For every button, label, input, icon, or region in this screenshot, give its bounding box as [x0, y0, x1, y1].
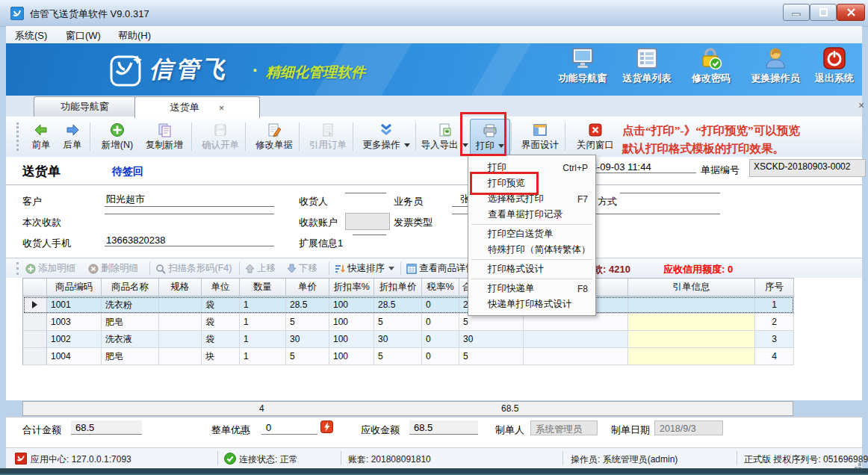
- ui-design-button[interactable]: 界面设计: [515, 119, 565, 155]
- restore-button[interactable]: [810, 4, 837, 21]
- divider: [6, 184, 862, 185]
- docno-value[interactable]: XSCKD-20180903-0002: [749, 159, 866, 177]
- payment-label: 本次收款: [22, 216, 61, 229]
- gridbar-grip: [16, 262, 19, 275]
- status-separator: [217, 451, 218, 465]
- phone-label: 收货人手机: [22, 237, 71, 250]
- lock-icon: [699, 47, 723, 69]
- menu-item-express-format-design[interactable]: 快递单打印格式设计: [468, 297, 595, 312]
- total-amount-value[interactable]: 68.5: [71, 420, 142, 435]
- magnifier-icon: [155, 264, 166, 274]
- move-down-button[interactable]: 下移: [287, 261, 317, 276]
- nav-function-navigator[interactable]: 功能导航窗: [551, 47, 615, 93]
- method-label: 方式: [598, 195, 617, 208]
- add-detail-button[interactable]: 添加明细: [25, 261, 75, 276]
- prev-doc-button[interactable]: 前单: [24, 119, 58, 155]
- header-indicator: [23, 279, 47, 297]
- tab-function-navigator[interactable]: 功能导航窗: [34, 96, 136, 117]
- arrow-left-icon: [34, 122, 49, 137]
- current-row-indicator: [32, 301, 37, 308]
- table-row[interactable]: 1003 肥皂 袋 1 5 100 5 0 5 2: [23, 314, 794, 331]
- next-doc-button[interactable]: 后单: [55, 119, 90, 155]
- customer-label: 客户: [22, 195, 42, 208]
- tab-close-icon[interactable]: ×: [219, 102, 225, 114]
- import-export-icon: [437, 122, 452, 137]
- resize-grip[interactable]: [850, 459, 858, 466]
- table-row[interactable]: 1004 肥皂 块 1 5 100 5 0 5 4: [23, 348, 794, 365]
- view-product-detail-button[interactable]: 查看商品详情: [406, 261, 475, 276]
- receiver-field[interactable]: [345, 193, 386, 193]
- grid-toolbar: 添加明细 删除明细 扫描条形码(F4) 上移 下移 快速排序 查看商品详情 款:…: [6, 258, 862, 279]
- phone-field[interactable]: 13663820238: [105, 235, 274, 246]
- more-actions-button[interactable]: 更多操作: [357, 119, 415, 155]
- close-button[interactable]: [837, 4, 865, 21]
- ref-order-button[interactable]: 引用订单: [303, 119, 353, 155]
- delete-detail-button[interactable]: 删除明细: [88, 261, 138, 276]
- gridbar-separator: [149, 262, 150, 275]
- menu-separator: [471, 279, 592, 279]
- account-field[interactable]: [345, 213, 390, 230]
- toolbar-separator: [565, 122, 565, 151]
- copy-new-button[interactable]: 复制新增: [139, 119, 190, 155]
- ext-field[interactable]: [353, 235, 386, 235]
- menu-separator: [471, 224, 592, 225]
- menu-item-view-print-log[interactable]: 查看单据打印记录: [468, 207, 595, 223]
- payment-field[interactable]: [105, 214, 274, 214]
- table-row[interactable]: 1001 洗衣粉 袋 1 28.5 100 28.5 0 28.5 1: [23, 297, 794, 314]
- menu-item-print-blank[interactable]: 打印空白送货单: [468, 226, 595, 242]
- table-header-row: 商品编码 商品名称 规格 单位 数量 单价 折扣率% 折扣单价 税率% 合计金额…: [23, 279, 794, 297]
- toolbar-separator: [191, 122, 192, 151]
- close-window-icon: [588, 122, 603, 137]
- nav-change-password[interactable]: 修改密码: [679, 47, 743, 93]
- status-separator: [562, 451, 563, 465]
- method-field[interactable]: [620, 193, 720, 193]
- highlight-box-print-button: [460, 112, 506, 156]
- summary-qty: 4: [259, 403, 264, 414]
- toolbar-grip: [16, 122, 19, 151]
- menu-system[interactable]: 系统(S): [10, 28, 52, 43]
- discount-icon[interactable]: [320, 420, 333, 433]
- nav-delivery-list[interactable]: 送货单列表: [615, 47, 679, 93]
- menu-item-print-format-design[interactable]: 打印格式设计: [468, 261, 595, 277]
- customer-field[interactable]: 阳光超市: [105, 193, 274, 207]
- move-up-button[interactable]: 上移: [245, 261, 276, 276]
- confirm-order-button[interactable]: 确认开单: [196, 119, 245, 155]
- modify-doc-button[interactable]: 修改单据: [249, 119, 299, 155]
- add-detail-icon: [25, 264, 36, 274]
- credit-limit-text: 应收信用额度: 0: [663, 263, 733, 276]
- summary-amount: 68.5: [501, 403, 518, 414]
- toolbar-separator: [90, 122, 90, 151]
- dropdown-caret: [404, 143, 410, 147]
- menu-item-print-express[interactable]: 打印快递单 F8: [468, 281, 595, 297]
- window-title: 信管飞送货单软件 V9.0.317: [30, 7, 149, 21]
- dropdown-caret: [388, 267, 394, 270]
- tabstrip-close-icon[interactable]: ×: [855, 99, 868, 112]
- brand-slogan: 精细化管理软件: [266, 63, 365, 82]
- menu-item-special-print[interactable]: 特殊打印（简体转繁体）: [468, 242, 595, 258]
- nav-exit-system[interactable]: 退出系统: [802, 47, 862, 93]
- power-icon: [823, 47, 846, 69]
- order-discount-label: 整单优惠: [211, 423, 250, 437]
- minimize-button[interactable]: [783, 4, 810, 21]
- banner-streak: [462, 43, 536, 96]
- due-amount-text: 款: 4210: [593, 263, 630, 276]
- ext-label: 扩展信息1: [299, 237, 343, 250]
- status-separator: [341, 451, 341, 465]
- nav-switch-operator[interactable]: 更换操作员: [743, 47, 807, 93]
- receivable-value[interactable]: 68.5: [409, 420, 478, 435]
- tab-delivery-order[interactable]: 送货单 ×: [134, 96, 260, 118]
- grid-detail-icon: [406, 264, 417, 274]
- menu-window[interactable]: 窗口(W): [61, 28, 105, 43]
- salesman-label: 业务员: [394, 195, 423, 208]
- table-row[interactable]: 1002 洗衣液 袋 1 30 100 30 0 30 3: [23, 331, 794, 348]
- menu-help[interactable]: 帮助(H): [114, 28, 155, 43]
- close-window-button[interactable]: 关闭窗口: [569, 119, 621, 155]
- docno-label: 单据编号: [701, 164, 740, 177]
- app-center-icon: [15, 453, 27, 465]
- quick-sort-button[interactable]: 快速排序: [335, 261, 394, 276]
- list-icon: [636, 47, 658, 69]
- add-new-button[interactable]: 新增(N): [94, 119, 140, 155]
- grid-panel: 商品编码 商品名称 规格 单位 数量 单价 折扣率% 折扣单价 税率% 合计金额…: [6, 278, 862, 400]
- scan-barcode-button[interactable]: 扫描条形码(F4): [155, 261, 232, 276]
- order-discount-field[interactable]: 0: [261, 420, 317, 435]
